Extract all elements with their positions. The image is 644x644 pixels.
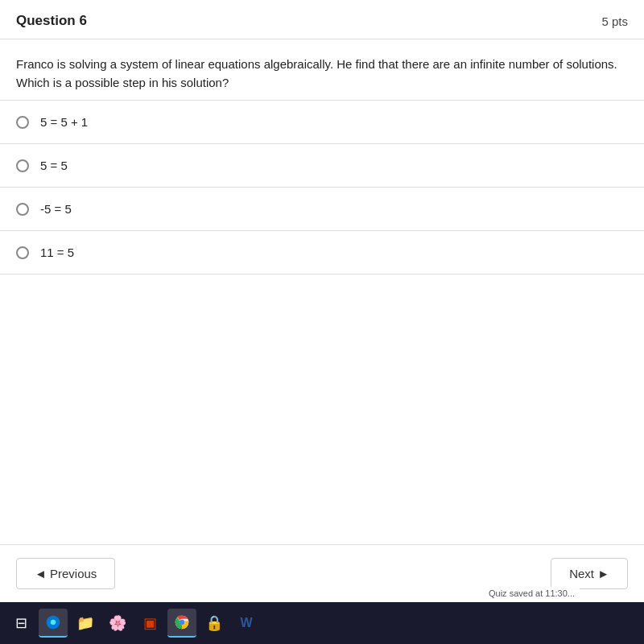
previous-button[interactable]: ◄ Previous (16, 558, 115, 589)
answer-text-b: 5 = 5 (40, 159, 68, 172)
taskbar-icon-office[interactable]: ▣ (135, 609, 164, 638)
answer-option-d[interactable]: 11 = 5 (0, 231, 644, 275)
taskbar: ⊟ 📁 🌸 ▣ 🔒 W (0, 602, 644, 644)
question-header: Question 6 5 pts (0, 0, 644, 39)
taskbar-icon-folder[interactable]: 📁 (71, 609, 100, 638)
answer-option-c[interactable]: -5 = 5 (0, 188, 644, 231)
quiz-container: Question 6 5 pts Franco is solving a sys… (0, 0, 644, 602)
taskbar-icon-word[interactable]: W (232, 609, 261, 638)
taskbar-icon-edge[interactable] (39, 609, 68, 638)
answer-option-a[interactable]: 5 = 5 + 1 (0, 101, 644, 144)
answer-text-a: 5 = 5 + 1 (40, 115, 88, 129)
answer-option-b[interactable]: 5 = 5 (0, 144, 644, 188)
radio-c[interactable] (16, 203, 29, 216)
radio-d[interactable] (16, 246, 29, 259)
question-body: Franco is solving a system of linear equ… (0, 39, 644, 101)
question-points: 5 pts (601, 14, 628, 28)
next-button[interactable]: Next ► (551, 558, 628, 589)
answer-text-c: -5 = 5 (40, 202, 72, 216)
question-title: Question 6 (16, 13, 87, 29)
taskbar-icon-monitor[interactable]: ⊟ (6, 609, 35, 638)
content-spacer (0, 275, 644, 544)
answer-text-d: 11 = 5 (40, 246, 74, 259)
radio-b[interactable] (16, 159, 29, 172)
answer-options: 5 = 5 + 1 5 = 5 -5 = 5 11 = 5 (0, 101, 644, 275)
radio-a[interactable] (16, 116, 29, 129)
quiz-save-hint: Quiz saved at 11:30... (484, 587, 580, 600)
taskbar-icon-flower[interactable]: 🌸 (103, 609, 132, 638)
taskbar-icon-vpn[interactable]: 🔒 (200, 609, 229, 638)
taskbar-icon-chrome[interactable] (167, 609, 196, 638)
